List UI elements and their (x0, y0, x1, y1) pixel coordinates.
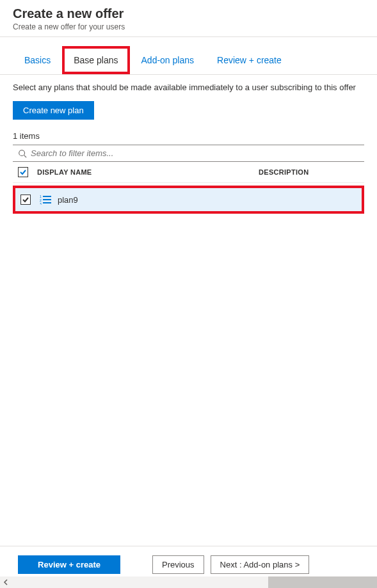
create-new-plan-button[interactable]: Create new plan (13, 101, 94, 120)
page-title: Create a new offer (13, 6, 364, 21)
column-header-display-name[interactable]: DISPLAY NAME (35, 168, 259, 176)
tab-review-create[interactable]: Review + create (205, 46, 293, 74)
page-subtitle: Create a new offer for your users (13, 22, 364, 31)
content-area: Select any plans that should be made ava… (0, 75, 377, 214)
search-icon (18, 149, 27, 158)
column-header-description[interactable]: DESCRIPTION (259, 168, 364, 176)
item-count-label: 1 items (13, 131, 364, 141)
review-create-button[interactable]: Review + create (18, 555, 120, 574)
previous-button[interactable]: Previous (152, 555, 204, 574)
tabs-bar: Basics Base plans Add-on plans Review + … (0, 46, 377, 75)
search-input[interactable] (31, 148, 359, 158)
page-header: Create a new offer Create a new offer fo… (0, 0, 377, 37)
row-display-name: plan9 (58, 195, 78, 205)
svg-point-0 (19, 150, 25, 155)
table-row[interactable]: 1 2 3 plan9 (13, 186, 364, 214)
scroll-left-icon[interactable] (0, 576, 12, 588)
footer-actions: Review + create Previous Next : Add-on p… (0, 546, 377, 574)
horizontal-scrollbar[interactable] (0, 576, 377, 588)
row-checkbox[interactable] (20, 195, 31, 205)
select-all-checkbox[interactable] (18, 167, 28, 177)
tab-addon-plans[interactable]: Add-on plans (130, 46, 206, 74)
tab-base-plans[interactable]: Base plans (62, 46, 129, 74)
next-button[interactable]: Next : Add-on plans > (211, 555, 310, 574)
plan-list-icon: 1 2 3 (40, 195, 51, 205)
svg-line-1 (24, 155, 27, 157)
scrollbar-thumb[interactable] (268, 576, 377, 588)
svg-text:3: 3 (40, 202, 42, 205)
tab-basics[interactable]: Basics (13, 46, 62, 74)
table-header: DISPLAY NAME DESCRIPTION (13, 162, 364, 183)
page-description: Select any plans that should be made ava… (13, 83, 364, 92)
search-box[interactable] (13, 145, 364, 162)
